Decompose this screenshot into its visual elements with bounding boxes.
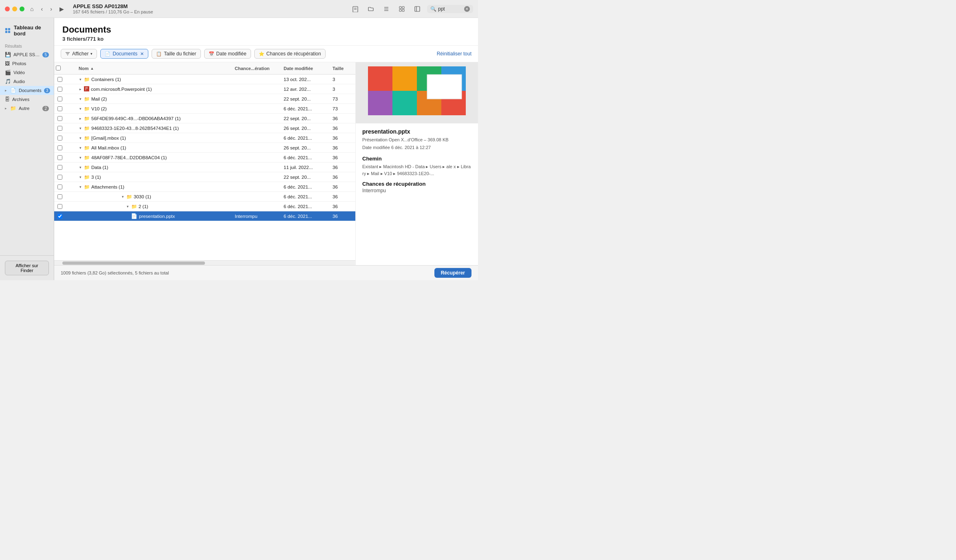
expand-icon[interactable]: ▾ — [79, 146, 82, 150]
list-view-button[interactable] — [381, 4, 392, 14]
table-row-selected[interactable]: 📄 presentation.pptx Interrompu 6 déc. 20… — [54, 211, 355, 221]
expand-icon[interactable]: ▾ — [79, 156, 82, 160]
row-size: 36 — [331, 193, 355, 200]
folder-icon: 📁 — [84, 174, 90, 180]
row-expand — [66, 215, 77, 217]
grid-view-button[interactable] — [396, 4, 408, 14]
sidebar-item-autre[interactable]: ▸ 📁 Autre 2 — [0, 104, 54, 113]
row-checkbox[interactable] — [54, 164, 66, 171]
table-row[interactable]: ▾ 📁 Containers (1) 13 oct. 202... 3 — [54, 75, 355, 84]
sidebar-item-apple-ssd[interactable]: 💾 APPLE SSD AP012... 5 — [0, 50, 54, 59]
table-row[interactable]: ▾ 📁 Mail (2) 22 sept. 20... 73 — [54, 94, 355, 104]
row-chances — [233, 79, 282, 80]
row-checkbox[interactable] — [54, 203, 66, 210]
scroll-thumb[interactable] — [62, 261, 205, 265]
table-row[interactable]: ▾ 📁 Attachments (1) 6 déc. 2021... 36 — [54, 182, 355, 192]
expand-icon[interactable]: ▸ — [79, 116, 82, 121]
remove-filter-icon[interactable]: ✕ — [140, 51, 144, 57]
table-row[interactable]: ▸ 📁 56F4DE99-649C-49...-DBD06ABA4397 (1)… — [54, 114, 355, 123]
row-name: Attachments (1) — [91, 184, 124, 189]
date-filter[interactable]: 📅 Date modifiée — [204, 49, 251, 59]
expand-icon[interactable]: ▾ — [79, 77, 82, 81]
row-checkbox[interactable] — [54, 184, 66, 190]
svg-rect-9 — [402, 9, 404, 11]
row-expand — [66, 108, 77, 110]
table-row[interactable]: ▾ 📁 V10 (2) 6 déc. 2021... 73 — [54, 104, 355, 114]
sidebar-item-audio[interactable]: 🎵 Audio — [0, 77, 54, 86]
row-size: 3 — [331, 86, 355, 92]
table-row[interactable]: ▾ 📁 All Mail.mbox (1) 26 sept. 20... 36 — [54, 143, 355, 153]
row-checkbox[interactable] — [54, 105, 66, 112]
row-checkbox[interactable] — [54, 96, 66, 102]
filter-icon — [65, 51, 70, 56]
row-name: presentation.pptx — [139, 214, 175, 219]
expand-icon[interactable]: ▾ — [126, 204, 130, 209]
recover-button[interactable]: Récupérer — [434, 268, 471, 278]
sidebar-item-label: Autre — [19, 106, 29, 111]
sidebar-item-archives[interactable]: 🗄 Archives — [0, 95, 54, 104]
svg-rect-7 — [402, 7, 404, 9]
expand-icon[interactable]: ▾ — [79, 107, 82, 111]
header-date: Date modifiée — [282, 66, 331, 71]
table-row[interactable]: ▾ 📁 [Gmail].mbox (1) 6 déc. 2021... 36 — [54, 133, 355, 143]
expand-icon[interactable]: ▾ — [79, 175, 82, 179]
search-input[interactable] — [438, 6, 463, 12]
dashboard-link[interactable]: Tableau de bord — [0, 21, 54, 40]
search-box[interactable]: 🔍 ✕ — [427, 5, 473, 13]
expand-icon[interactable]: ▾ — [79, 126, 82, 130]
search-clear-button[interactable]: ✕ — [464, 6, 470, 12]
sidebar-item-video[interactable]: 🎬 Vidéo — [0, 68, 54, 77]
taille-icon: 📋 — [156, 51, 162, 57]
table-row[interactable]: ▾ 📁 Data (1) 11 juil. 2022... 36 — [54, 163, 355, 172]
minimize-button[interactable] — [12, 7, 17, 11]
row-chances — [233, 118, 282, 119]
expand-icon[interactable]: ▸ — [79, 87, 82, 91]
document-view-button[interactable] — [350, 4, 361, 14]
row-checkbox[interactable] — [54, 115, 66, 122]
drive-info: APPLE SSD AP0128M 167 645 fichiers / 110… — [73, 3, 153, 14]
row-checkbox[interactable] — [54, 154, 66, 161]
sidebar-toggle-button[interactable] — [412, 4, 423, 14]
folder-icon: 📁 — [84, 155, 90, 160]
chances-filter[interactable]: ⭐ Chances de récupération — [254, 49, 326, 59]
select-all-checkbox[interactable] — [56, 66, 61, 70]
table-row[interactable]: ▾ 📁 3030 (1) 6 déc. 2021... 36 — [54, 192, 355, 202]
header-size: Taille — [331, 66, 355, 71]
row-name: V10 (2) — [91, 106, 107, 111]
afficher-filter[interactable]: Afficher ▾ — [61, 49, 97, 59]
row-checkbox[interactable] — [54, 145, 66, 151]
row-checkbox[interactable] — [54, 193, 66, 200]
row-checkbox[interactable] — [54, 86, 66, 92]
table-row[interactable]: ▾ 📁 3 (1) 22 sept. 20... 36 — [54, 172, 355, 182]
expand-icon[interactable]: ▾ — [79, 185, 82, 189]
row-date: 26 sept. 20... — [282, 125, 331, 132]
play-button[interactable]: ▶ — [58, 4, 66, 14]
row-checkbox[interactable] — [54, 76, 66, 83]
horizontal-scrollbar[interactable] — [54, 260, 355, 265]
maximize-button[interactable] — [20, 7, 24, 11]
home-button[interactable]: ⌂ — [29, 4, 35, 14]
finder-button[interactable]: Afficher sur Finder — [5, 261, 49, 275]
row-checkbox[interactable] — [54, 174, 66, 180]
preview-path-value: Existant ▸ Macintosh HD - Data ▸ Users ▸… — [362, 163, 471, 177]
taille-filter[interactable]: 📋 Taille du fichier — [152, 49, 200, 59]
back-button[interactable]: ‹ — [39, 4, 44, 14]
sidebar-item-photos[interactable]: 🖼 Photos — [0, 59, 54, 68]
row-checkbox[interactable] — [54, 213, 66, 220]
table-row[interactable]: ▾ 📁 48AF08F7-78E4...D2DDB8AC04 (1) 6 déc… — [54, 153, 355, 163]
expand-icon[interactable]: ▾ — [79, 97, 82, 101]
table-row[interactable]: ▾ 📁 2 (1) 6 déc. 2021... 36 — [54, 202, 355, 211]
row-checkbox[interactable] — [54, 125, 66, 132]
expand-icon[interactable]: ▾ — [79, 136, 82, 140]
sidebar-item-documents[interactable]: ▸ 📄 Documents 3 — [0, 86, 54, 95]
folder-view-button[interactable] — [365, 4, 377, 14]
reset-filter-button[interactable]: Réinitialiser tout — [437, 51, 471, 57]
documents-filter[interactable]: 📄 Documents ✕ — [100, 49, 148, 59]
row-checkbox[interactable] — [54, 135, 66, 141]
expand-icon[interactable]: ▾ — [121, 195, 125, 199]
table-row[interactable]: ▸ 🅿 com.microsoft.Powerpoint (1) 12 avr.… — [54, 84, 355, 94]
expand-icon[interactable]: ▾ — [79, 165, 82, 169]
forward-button[interactable]: › — [48, 4, 54, 14]
close-button[interactable] — [5, 7, 10, 11]
table-row[interactable]: ▾ 📁 94683323-1E20-43...8-262B547434E1 (1… — [54, 123, 355, 133]
